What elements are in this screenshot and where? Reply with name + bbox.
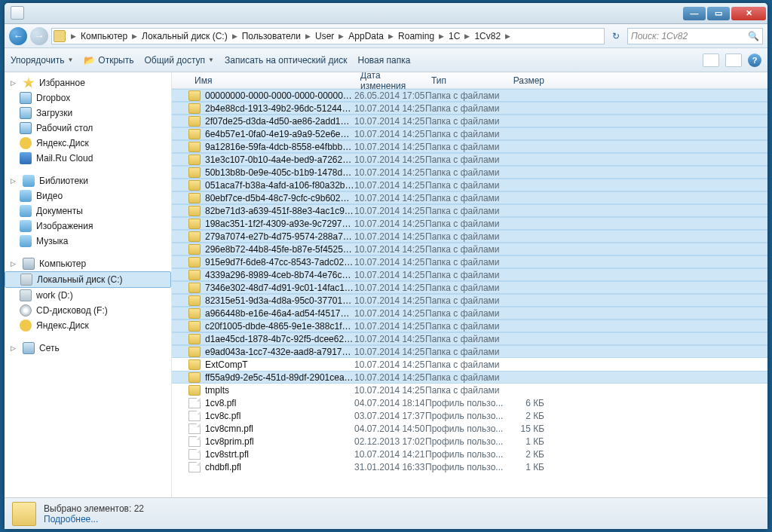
newfolder-button[interactable]: Новая папка — [358, 55, 411, 66]
file-row[interactable]: ff55a9d9-2e5c-451d-89df-2901ceaae1e710.0… — [172, 371, 767, 384]
file-row[interactable]: 915e9d7f-6de8-47cc-8543-7adc028e8d0610.0… — [172, 255, 767, 268]
sidebar-item[interactable]: Рабочий стол — [5, 121, 171, 136]
file-name: 279a7074-e27b-4d75-9574-288a7f6ce1a3 — [205, 231, 354, 242]
breadcrumb-segment[interactable]: Roaming — [396, 31, 437, 41]
breadcrumb-segment[interactable]: User — [313, 31, 336, 41]
file-row[interactable]: 1cv8prim.pfl02.12.2013 17:02Профиль поль… — [172, 435, 767, 448]
chevron-right-icon[interactable]: ▶ — [303, 32, 313, 40]
file-row[interactable]: chdbfl.pfl31.01.2014 16:33Профиль пользо… — [172, 460, 767, 473]
sidebar-item[interactable]: Видео — [5, 188, 171, 203]
file-row[interactable]: 2b4e88cd-1913-49b2-96dc-512447dc026e10.0… — [172, 102, 767, 115]
col-type[interactable]: Тип — [425, 75, 504, 86]
minimize-button[interactable]: — — [683, 7, 706, 20]
file-row[interactable]: 7346e302-48d7-4d91-9c01-14fac1e9bb9d10.0… — [172, 281, 767, 294]
file-row[interactable]: 82be71d3-a639-451f-88e3-4ac1c958393a10.0… — [172, 204, 767, 217]
chevron-right-icon[interactable]: ▶ — [503, 32, 513, 40]
close-button[interactable]: ✕ — [731, 7, 766, 20]
file-row[interactable]: 279a7074-e27b-4d75-9574-288a7f6ce1a310.0… — [172, 230, 767, 243]
file-row[interactable]: 198ac351-1f2f-4309-a93e-9c7297d14f6510.0… — [172, 217, 767, 230]
expand-icon[interactable]: ▷ — [11, 260, 18, 268]
maximize-button[interactable]: ▭ — [707, 7, 730, 20]
file-row[interactable]: 00000000-0000-0000-0000-00000000000026.0… — [172, 89, 767, 102]
file-type: Профиль пользо... — [425, 398, 504, 408]
file-row[interactable]: ExtCompT10.07.2014 14:25Папка с файлами — [172, 358, 767, 371]
file-row[interactable]: 1cv8.pfl04.07.2014 18:14Профиль пользо..… — [172, 396, 767, 409]
file-row[interactable]: a966448b-e16e-46a4-ad54-f4517b6dd5d410.0… — [172, 307, 767, 320]
details-link[interactable]: Подробнее... — [44, 514, 144, 524]
file-date: 10.07.2014 14:25 — [354, 257, 425, 268]
file-row[interactable]: 50b13b8b-0e9e-405c-b1b9-1478dca6e56810.0… — [172, 166, 767, 179]
nav-forward-button[interactable]: → — [30, 27, 48, 45]
file-row[interactable]: 1cv8c.pfl03.07.2014 17:37Профиль пользо.… — [172, 409, 767, 422]
refresh-button[interactable]: ↻ — [608, 28, 624, 44]
sidebar-item[interactable]: Загрузки — [5, 105, 171, 121]
sidebar-header[interactable]: ▷Сеть — [5, 341, 171, 356]
search-input[interactable]: Поиск: 1Cv82 🔍 — [627, 28, 763, 44]
nav-back-button[interactable]: ← — [9, 27, 27, 45]
file-row[interactable]: tmplts10.07.2014 14:25Папка с файлами — [172, 384, 767, 396]
col-date[interactable]: Дата изменения — [354, 72, 425, 91]
expand-icon[interactable]: ▷ — [11, 177, 18, 185]
sidebar-item[interactable]: Изображения — [5, 219, 171, 234]
breadcrumb-segment[interactable]: 1C — [446, 31, 462, 41]
file-row[interactable]: 296e8b72-44b8-45fe-b87e-5f45250470710.07… — [172, 243, 767, 255]
col-name[interactable]: Имя — [188, 75, 354, 86]
file-row[interactable]: 31e3c107-0b10-4a4e-bed9-a7262e0cab9410.0… — [172, 153, 767, 166]
titlebar[interactable]: — ▭ ✕ — [5, 3, 767, 24]
file-row[interactable]: 80ebf7ce-d5b4-48c7-9cfc-c9b60269f0f710.0… — [172, 191, 767, 204]
breadcrumb-segment[interactable]: AppData — [346, 31, 386, 41]
sidebar-item[interactable]: Mail.Ru Cloud — [5, 151, 171, 166]
preview-pane-button[interactable] — [725, 54, 742, 67]
chevron-right-icon[interactable]: ▶ — [336, 32, 346, 40]
file-row[interactable]: 1cv8cmn.pfl04.07.2014 14:50Профиль польз… — [172, 422, 767, 435]
breadcrumb-segment[interactable]: 1Cv82 — [472, 31, 503, 41]
folder-icon — [188, 334, 201, 344]
sidebar-item[interactable]: Локальный диск (C:) — [5, 271, 171, 288]
breadcrumb-segment[interactable]: Компьютер — [78, 31, 130, 41]
column-headers[interactable]: Имя Дата изменения Тип Размер — [172, 72, 767, 89]
expand-icon[interactable]: ▷ — [11, 79, 18, 87]
chevron-right-icon[interactable]: ▶ — [69, 32, 78, 40]
sidebar-item[interactable]: Dropbox — [5, 90, 171, 105]
breadcrumb[interactable]: ▶Компьютер▶Локальный диск (C:)▶Пользоват… — [51, 28, 605, 44]
chevron-right-icon[interactable]: ▶ — [130, 32, 139, 40]
file-row[interactable]: 9a12816e-59fa-4dcb-8558-e4fbbbccc33f10.0… — [172, 140, 767, 153]
breadcrumb-segment[interactable]: Локальный диск (C:) — [139, 31, 230, 41]
open-button[interactable]: 📂 Открыть — [84, 55, 133, 66]
chevron-right-icon[interactable]: ▶ — [437, 32, 446, 40]
file-row[interactable]: 4339a296-8989-4ceb-8b74-4e76c5f6653c10.0… — [172, 268, 767, 281]
burn-button[interactable]: Записать на оптический диск — [225, 55, 348, 66]
file-name: 2f07de25-d3da-4d50-ae86-2add1460e645 — [205, 116, 354, 127]
col-size[interactable]: Размер — [504, 75, 550, 86]
file-icon — [188, 436, 201, 447]
expand-icon[interactable]: ▷ — [11, 344, 18, 352]
sidebar-header[interactable]: ▷Библиотеки — [5, 173, 171, 188]
file-row[interactable]: 82315e51-9d3a-4d8a-95c0-377016722ff010.0… — [172, 294, 767, 307]
sidebar-header[interactable]: ▷Компьютер — [5, 256, 171, 271]
file-date: 10.07.2014 14:25 — [354, 206, 425, 216]
file-row[interactable]: 2f07de25-d3da-4d50-ae86-2add1460e64510.0… — [172, 115, 767, 127]
chevron-right-icon[interactable]: ▶ — [462, 32, 472, 40]
sidebar-item[interactable]: Яндекс.Диск — [5, 136, 171, 151]
share-menu[interactable]: Общий доступ ▼ — [144, 55, 214, 66]
file-list[interactable]: 00000000-0000-0000-0000-00000000000026.0… — [172, 89, 767, 497]
sidebar-header-label: Избранное — [39, 78, 85, 88]
sidebar-item[interactable]: work (D:) — [5, 288, 171, 303]
file-row[interactable]: c20f1005-dbde-4865-9e1e-388c1f1c5d3610.0… — [172, 320, 767, 332]
sidebar-header[interactable]: ▷Избранное — [5, 75, 171, 90]
sidebar-item[interactable]: Музыка — [5, 234, 171, 249]
breadcrumb-segment[interactable]: Пользователи — [240, 31, 303, 41]
sidebar-item[interactable]: CD-дисковод (F:) — [5, 303, 171, 318]
file-row[interactable]: e9ad043a-1cc7-432e-aad8-a79176eee96110.0… — [172, 345, 767, 358]
file-row[interactable]: d1ae45cd-1878-4b7c-92f5-dcee62ac3ea310.0… — [172, 332, 767, 345]
file-row[interactable]: 1cv8strt.pfl10.07.2014 14:21Профиль поль… — [172, 448, 767, 460]
organize-menu[interactable]: Упорядочить ▼ — [11, 55, 73, 66]
file-row[interactable]: 051aca7f-b38a-4afd-a106-f80a32b999e910.0… — [172, 179, 767, 191]
file-row[interactable]: 6e4b57e1-0fa0-4e19-a9a9-52e6e2c50fa410.0… — [172, 127, 767, 140]
sidebar-item[interactable]: Документы — [5, 203, 171, 219]
view-options-button[interactable] — [703, 54, 719, 67]
help-button[interactable]: ? — [748, 54, 761, 67]
chevron-right-icon[interactable]: ▶ — [230, 32, 240, 40]
chevron-right-icon[interactable]: ▶ — [386, 32, 396, 40]
sidebar-item[interactable]: Яндекс.Диск — [5, 318, 171, 333]
